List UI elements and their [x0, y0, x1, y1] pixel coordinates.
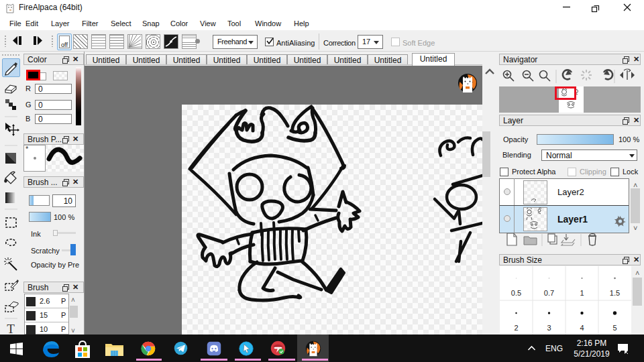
svg-text:1.5: 1.5 — [610, 289, 620, 297]
svg-text:5: 5 — [612, 324, 616, 332]
svg-text:4: 4 — [580, 324, 584, 332]
svg-text:T: T — [7, 322, 15, 335]
svg-text:0.7: 0.7 — [544, 289, 554, 297]
svg-text:0.5: 0.5 — [511, 289, 521, 297]
svg-text:2: 2 — [514, 324, 518, 332]
svg-text:3: 3 — [547, 324, 551, 332]
svg-text:1: 1 — [580, 289, 584, 297]
